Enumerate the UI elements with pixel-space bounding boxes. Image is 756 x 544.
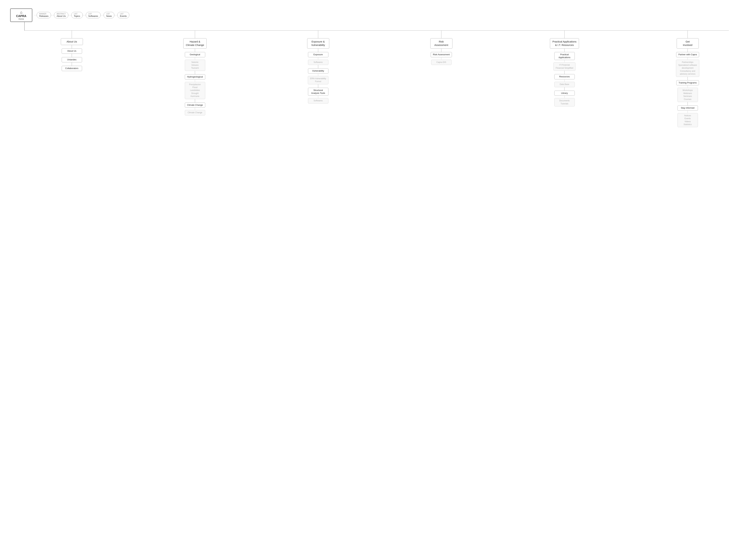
leaf-box-exposure-1: ERN-Vulnerability Funvul: [308, 76, 328, 84]
leaf-box-get-involved-1: Workshops Webinars Seminars Courses: [678, 88, 698, 102]
child-box-hazard-2[interactable]: Climate Change: [185, 102, 205, 108]
child-box-hazard-1[interactable]: Hydrogeological: [185, 74, 205, 80]
col-about-us: About UsAbout UsUniandesCollaborators: [10, 31, 133, 71]
child-box-about-us-2[interactable]: Collaborators: [62, 66, 82, 71]
leaf-box-get-involved-0: Partnerships Specialized software develo…: [676, 60, 699, 77]
child-box-get-involved-2[interactable]: Stay informed: [678, 105, 698, 111]
home-icon: ⌂: [14, 10, 29, 15]
child-box-practical-0[interactable]: Practical Applications: [554, 52, 575, 60]
child-box-get-involved-1[interactable]: Training Programs: [676, 80, 699, 85]
l1-box-about-us[interactable]: About Us: [61, 38, 83, 45]
leaf-box-exposure-2: Softwares: [308, 98, 328, 103]
col-hazard: Hazard & Climate ChangeGeologicalSeismic…: [133, 31, 257, 115]
l1-box-practical[interactable]: Practical Applications & I.T. Resources: [550, 38, 579, 49]
child-box-practical-2[interactable]: Library: [554, 91, 575, 96]
child-box-exposure-2[interactable]: Structural Analysis Tools: [308, 88, 328, 96]
col-exposure: Exposure & VulnerabilityExposureSoftware…: [257, 31, 380, 103]
l1-box-risk[interactable]: Risk Assessment: [430, 38, 452, 49]
leaf-box-hazard-1: Precipitacion Flood Landslides Drought H…: [185, 82, 205, 99]
col-get-involved: Get InvolvedPartner with CapraPartnershi…: [626, 31, 749, 127]
leaf-box-get-involved-2: Notices Events Videos Statistics: [678, 113, 698, 127]
leaf-box-exposure-0: Softwares: [308, 60, 328, 65]
child-box-practical-1[interactable]: Resources: [554, 74, 575, 79]
l1-box-get-involved[interactable]: Get Involved: [677, 38, 699, 49]
col-practical: Practical Applications & I.T. ResourcesP…: [503, 31, 626, 106]
banner-item-about-us[interactable]: ABSTRACTAbout Us: [54, 12, 68, 18]
home-subtitle: Home: [14, 18, 29, 20]
child-box-about-us-1[interactable]: Uniandes: [62, 57, 82, 62]
leaf-box-practical-0: IT-Financial Financial Simplified: [553, 62, 575, 71]
child-box-exposure-1[interactable]: Vulnerability: [308, 68, 328, 74]
home-title: CAPRA: [14, 15, 29, 18]
banner-item-topics[interactable]: LISTTopics: [71, 12, 83, 18]
child-box-get-involved-0[interactable]: Partner with Capra: [676, 52, 699, 57]
child-box-exposure-0[interactable]: Exposure: [308, 52, 328, 57]
child-box-about-us-0[interactable]: About Us: [62, 48, 82, 54]
banner-item-releases[interactable]: BANNERReleases: [37, 12, 51, 18]
l1-box-exposure[interactable]: Exposure & Vulnerability: [307, 38, 329, 49]
banner-item-softwares[interactable]: LISTSoftwares: [86, 12, 101, 18]
leaf-box-practical-1: Data Base: [554, 82, 575, 87]
banner-item-news[interactable]: LISTNews: [104, 12, 114, 18]
leaf-box-hazard-2: Climate Change: [185, 110, 205, 115]
child-box-risk-0[interactable]: Risk Assessment: [431, 52, 452, 57]
leaf-box-risk-0: Capra-GIS: [431, 60, 452, 65]
col-risk: Risk AssessmentRisk AssessmentCapra-GIS: [380, 31, 503, 65]
child-box-hazard-0[interactable]: Geological: [185, 52, 205, 57]
leaf-box-practical-2: Documents Tutorials: [554, 98, 575, 106]
l1-box-hazard[interactable]: Hazard & Climate Change: [183, 38, 207, 49]
banner-item-events[interactable]: LISTEvents: [117, 12, 129, 18]
home-box[interactable]: ⌂ CAPRA Home: [10, 8, 32, 22]
leaf-box-hazard-0: Seismic Volcano Tsunami: [185, 60, 205, 71]
